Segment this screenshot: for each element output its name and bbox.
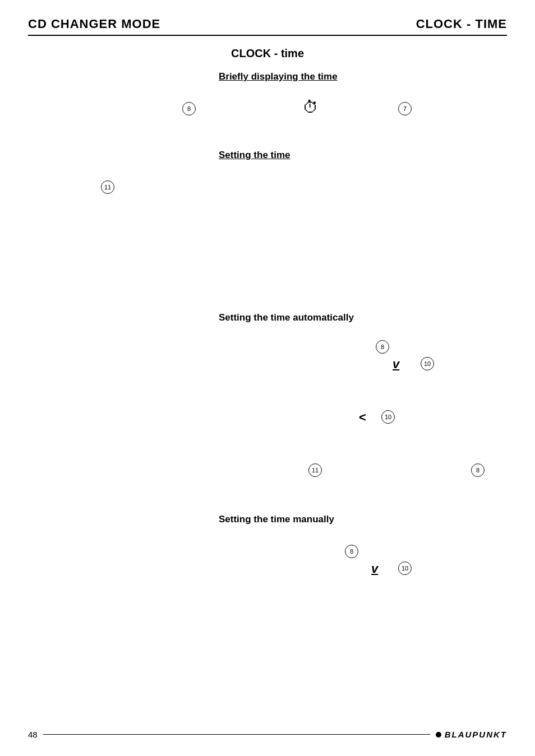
page-header: CD CHANGER MODE CLOCK - TIME: [28, 17, 507, 36]
content-area: Briefly displaying the time 8 ⏱ 7 Settin…: [28, 71, 507, 609]
circle-8-auto-right: 8: [471, 463, 485, 477]
circle-11-auto: 11: [308, 463, 322, 477]
footer: 48 BLAUPUNKT: [28, 730, 507, 739]
manual-section: Setting the time manually 8 v 10: [28, 514, 507, 609]
arrow-left-auto: <: [359, 410, 366, 425]
setting-time-section: Setting the time 11: [28, 150, 507, 307]
page: CD CHANGER MODE CLOCK - TIME CLOCK - tim…: [0, 0, 535, 756]
auto-heading: Setting the time automatically: [219, 312, 354, 323]
footer-line: [43, 734, 430, 735]
briefly-section: Briefly displaying the time 8 ⏱ 7: [28, 71, 507, 144]
header-left-title: CD CHANGER MODE: [28, 17, 160, 31]
circle-11-setting: 11: [101, 180, 114, 194]
page-number: 48: [28, 730, 38, 739]
arrow-down-auto: v: [393, 357, 399, 372]
arrow-down-manual: v: [371, 562, 378, 576]
auto-section: Setting the time automatically 8 v 10 < …: [28, 312, 507, 508]
circle-8-auto-top: 8: [376, 340, 389, 354]
circle-10-auto-right: 10: [421, 357, 434, 370]
briefly-heading: Briefly displaying the time: [219, 71, 338, 82]
brand: BLAUPUNKT: [436, 730, 507, 739]
header-right-title: CLOCK - TIME: [416, 17, 507, 31]
circle-10-auto-left: 10: [381, 410, 395, 424]
brand-name: BLAUPUNKT: [445, 730, 507, 739]
clock-icon: ⏱: [303, 98, 319, 117]
circle-7: 7: [398, 102, 412, 115]
page-title: CLOCK - time: [28, 47, 507, 60]
bullet-icon: [436, 732, 441, 738]
circle-8-manual: 8: [345, 545, 358, 558]
circle-10-manual: 10: [398, 562, 412, 575]
manual-heading: Setting the time manually: [219, 514, 334, 525]
circle-8-briefly: 8: [182, 102, 196, 115]
setting-heading: Setting the time: [219, 150, 290, 161]
